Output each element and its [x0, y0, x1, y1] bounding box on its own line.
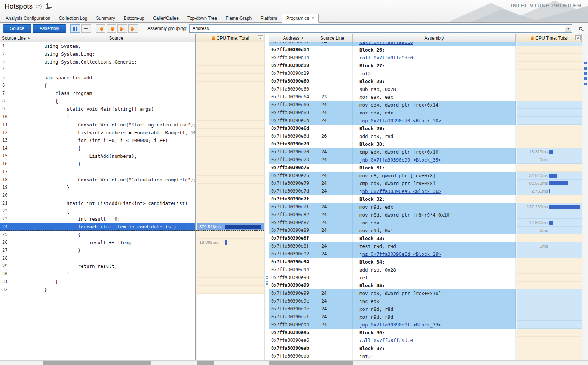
source-column-header[interactable]: Source [37, 34, 195, 42]
source-row[interactable]: 8 { [0, 97, 264, 105]
tab-program-cs[interactable]: Program.cs× [282, 14, 319, 23]
asm-row[interactable]: 0x7ffa30390e9924mov edx, dword ptr [rcx+… [269, 289, 582, 297]
tab-analysis-configuration[interactable]: Analysis Configuration [1, 14, 54, 22]
asm-row[interactable]: 0x7ffa30390e7524mov r8, qword ptr [rcx+0… [269, 172, 582, 180]
asm-jump-link[interactable]: jnb 0x7ffa30390ea6 <Block_36> [359, 188, 441, 194]
asm-row[interactable]: 0x7ffa30390e94add rsp, 0x28 [269, 266, 582, 274]
asm-jump-link[interactable]: jnz 0x7ffa30390e6d <Block_29> [359, 251, 441, 257]
tab-collection-log[interactable]: Collection Log [55, 14, 91, 22]
source-row[interactable]: 28 [0, 254, 264, 262]
source-view-button[interactable]: Source [3, 24, 31, 33]
assembly-view-button[interactable]: Assembly [33, 24, 66, 33]
source-row[interactable]: 22 { [0, 207, 264, 215]
asm-block-row[interactable]: 0x7ffa30390e7fBlock 32: [269, 195, 582, 203]
asm-jump-link[interactable]: call 0x7ffa8ffa9dc0 [359, 338, 413, 343]
asm-block-row[interactable]: 0x7ffa30390ea6Block 36: [269, 329, 582, 337]
asm-row[interactable]: 0x7ffa30390e7d24jnb 0x7ffa30390ea6 <Bloc… [269, 187, 582, 195]
asm-row[interactable]: 0x7ffa30390e6d26add eax, r8d [269, 132, 582, 140]
asm-source-line-column-header[interactable]: Source Line [318, 34, 353, 42]
asm-row[interactable]: 0x7ffa30390ea424jmp 0x7ffa30390e8f <Bloc… [269, 321, 582, 329]
search-button[interactable] [576, 24, 585, 33]
asm-cpu-time-column-header[interactable]: CPU Time: Total » [517, 34, 582, 42]
prev-hotspot-button[interactable]: ↑ [107, 24, 116, 33]
asm-row[interactable]: 0x7ffa30390e9c24inc edx [269, 297, 582, 305]
tab-caller-callee[interactable]: Caller/Callee [149, 14, 183, 22]
source-row[interactable]: 25 { [0, 231, 264, 239]
prev-hottest-button[interactable]: ↑ [96, 24, 105, 33]
asm-row[interactable]: 0x7ffa30390e8724inc edx14.830ms [269, 219, 582, 227]
source-row[interactable]: 30 } [0, 270, 264, 278]
asm-row[interactable]: 0x7ffa30390ea6call 0x7ffa8ffa9dc0 [269, 337, 582, 344]
h-scroll-thumb[interactable] [197, 361, 214, 365]
splitter-handle-icon[interactable] [266, 276, 268, 285]
tab-summary[interactable]: Summary [92, 14, 119, 22]
source-row[interactable]: 2using System.Linq; [0, 50, 264, 58]
asm-row[interactable]: 0x7ffa30390e9e24xor r8d, r8d [269, 305, 582, 313]
cpu-time-column-header[interactable]: CPU Time: Total » [197, 34, 264, 42]
asm-row[interactable]: 0x7ffa30390ea124xor r9d, r9d [269, 313, 582, 321]
asm-row[interactable]: 0x7ffa30390e6624mov edx, dword ptr [rcx+… [269, 101, 582, 109]
asm-row[interactable]: 0x7ffa30390e60sub rsp, 0x28 [269, 85, 582, 93]
asm-block-row[interactable]: 0x7ffa30390e94Block 34: [269, 258, 582, 266]
asm-row[interactable]: 0x7ffa30390d0f24call 0x7ffa8ffa9dc0 [269, 42, 582, 46]
source-row[interactable]: 6{ [0, 82, 264, 89]
address-column-header[interactable]: Address ▲ [269, 34, 318, 42]
asm-row[interactable]: 0x7ffa30390d19int3 [269, 70, 582, 77]
source-row[interactable]: 16 } [0, 160, 264, 168]
h-scroll-thumb[interactable] [269, 361, 353, 365]
source-row[interactable]: 27 } [0, 246, 264, 254]
source-row[interactable]: 31 } [0, 278, 264, 286]
asm-block-row[interactable]: 0x7ffa30390e8fBlock 33: [269, 234, 582, 242]
source-row[interactable]: 4 [0, 66, 264, 74]
asm-jump-link[interactable]: call 0x7ffa8ffa9dc0 [359, 55, 413, 61]
asm-block-row[interactable]: 0x7ffa30390e75Block 31: [269, 164, 582, 172]
asm-block-row[interactable]: 0x7ffa30390d14Block 26: [269, 46, 582, 54]
assembly-column-header[interactable]: Assembly [353, 34, 516, 42]
source-line-column-header[interactable]: Source Line ▲ [0, 34, 37, 42]
next-hottest-button[interactable]: ↓ [128, 24, 138, 33]
source-row[interactable]: 26 result += item;18.862ms [0, 239, 264, 246]
asm-row[interactable]: 0x7ffa30390e9224jnz 0x7ffa30390e6d <Bloc… [269, 250, 582, 258]
vertical-scrollbar[interactable] [582, 34, 588, 360]
asm-row[interactable]: 0x7ffa30390e6b24jmp 0x7ffa30390e70 <Bloc… [269, 117, 582, 125]
tab-platform[interactable]: Platform [256, 14, 281, 22]
next-hotspot-button[interactable]: ↓ [117, 24, 127, 33]
source-row[interactable]: 23 int result = 0; [0, 215, 264, 223]
asm-row[interactable]: 0x7ffa30390eabint3 [269, 352, 582, 360]
tab-close-icon[interactable]: × [312, 16, 314, 21]
source-row[interactable]: 12 List<int> numbers = Enumerable.Range(… [0, 129, 264, 137]
source-row[interactable]: 21 static int ListAdd(List<int> candidat… [0, 199, 264, 207]
asm-row[interactable]: 0x7ffa30390e8f24test r9d, r9d0ms [269, 242, 582, 250]
expand-column-icon[interactable]: » [258, 35, 263, 40]
asm-block-row[interactable]: 0x7ffa30390e60Block 28: [269, 77, 582, 85]
source-row[interactable]: 3using System.Collections.Generic; [0, 58, 264, 66]
source-row[interactable]: 13 for (int i =0; i < 100000; i ++) [0, 137, 264, 144]
asm-row[interactable]: 0x7ffa30390e6423xor eax, eax [269, 93, 582, 101]
source-row[interactable]: 19 } [0, 184, 264, 191]
asm-block-row[interactable]: 0x7ffa30390e99Block 35: [269, 282, 582, 289]
tab-bottom-up[interactable]: Bottom-up [120, 14, 148, 22]
source-row[interactable]: 7 class Program [0, 89, 264, 97]
source-row[interactable]: 9 static void Main(string[] args) [0, 105, 264, 113]
source-row[interactable]: 18 Console.WriteLine("Calculation comple… [0, 176, 264, 184]
pause-button[interactable] [70, 24, 80, 33]
pane-splitter[interactable] [264, 34, 269, 360]
asm-block-row[interactable]: 0x7ffa30390e6dBlock 29: [269, 125, 582, 132]
source-row[interactable]: 20 [0, 191, 264, 199]
source-row[interactable]: 1using System; [0, 42, 264, 50]
asm-jump-link[interactable]: jmp 0x7ffa30390e70 <Block_30> [359, 118, 441, 123]
asm-block-row[interactable]: 0x7ffa30390eabBlock 37: [269, 344, 582, 352]
source-row[interactable]: 17 [0, 168, 264, 176]
asm-row[interactable]: 0x7ffa30390e7024cmp edx, dword ptr [rcx+… [269, 148, 582, 156]
tab-flame-graph[interactable]: Flame Graph [221, 14, 256, 22]
source-row[interactable]: 15 ListAdd(numbers); [0, 152, 264, 160]
expand-column-icon[interactable]: » [575, 35, 581, 40]
asm-row[interactable]: 0x7ffa30390e98ret [269, 274, 582, 282]
source-row[interactable]: 14 { [0, 144, 264, 152]
tab-top-down-tree[interactable]: Top-down Tree [183, 14, 221, 22]
asm-row[interactable]: 0x7ffa30390e8224mov r8d, dword ptr [r8+r… [269, 211, 582, 219]
help-icon[interactable]: ? [36, 4, 42, 9]
asm-block-row[interactable]: 0x7ffa30390e70Block 30: [269, 140, 582, 148]
source-row[interactable]: 24 foreach (int item in candidateList)37… [0, 223, 264, 231]
asm-row[interactable]: 0x7ffa30390e6924xor edx, edx [269, 109, 582, 117]
